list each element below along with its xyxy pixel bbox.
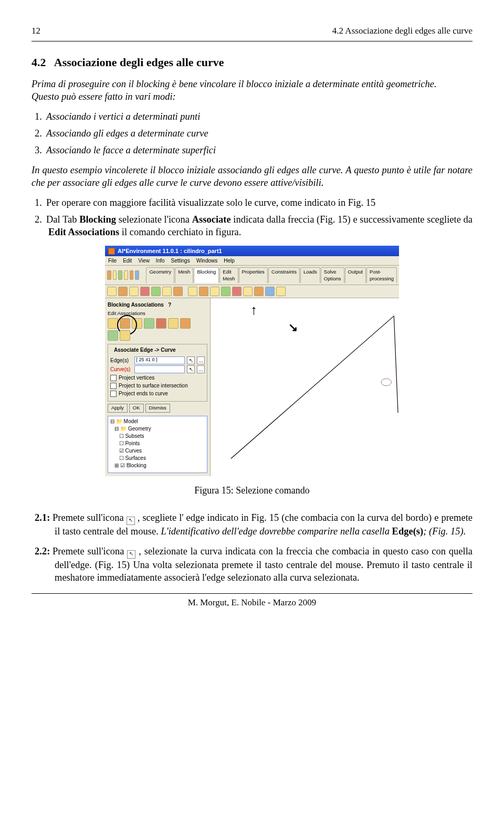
pick-cursor-icon: ↖	[127, 517, 135, 525]
app-tabs: Geometry Mesh Blocking Edit Mesh Propert…	[146, 267, 397, 283]
tool-icon[interactable]	[151, 287, 161, 296]
menu-windows[interactable]: Windows	[196, 257, 218, 264]
app-titlebar: AI*Environment 11.0.1 : cilindro_part1	[105, 246, 399, 256]
assoc-icon[interactable]	[168, 318, 178, 329]
menu-info[interactable]: Info	[156, 257, 165, 264]
tool-icon[interactable]	[107, 287, 117, 296]
assoc-icon[interactable]	[180, 318, 191, 329]
toolbar-icon[interactable]	[118, 270, 122, 280]
curve-label: Curve(s)	[110, 366, 132, 373]
app-toolbar-main: Geometry Mesh Blocking Edit Mesh Propert…	[105, 266, 399, 285]
assoc-icon[interactable]	[144, 318, 154, 329]
assoc-edge-curve-group: Associate Edge -> Curve Edge(s) { 25 41 …	[108, 344, 207, 402]
steps-list: 1.Per operare con maggiore facilità visu…	[32, 196, 472, 238]
toolbar-icon[interactable]	[130, 270, 134, 280]
menu-file[interactable]: File	[108, 257, 117, 264]
menu-view[interactable]: View	[138, 257, 150, 264]
intro-paragraph: Prima di proseguire con il blocking è be…	[32, 78, 472, 103]
tab-properties[interactable]: Properties	[239, 267, 268, 283]
section-title: 4.2 Associazione degli edges alle curve	[32, 55, 472, 70]
figure-15-screenshot: AI*Environment 11.0.1 : cilindro_part1 F…	[105, 246, 399, 476]
methods-list: 1.Associando i vertici a determinati pun…	[32, 110, 472, 156]
substep-2-2: 2.2:Premete sull'icona ↖ , selezionate l…	[55, 545, 472, 584]
tool-icon[interactable]	[221, 287, 230, 296]
tab-blocking[interactable]: Blocking	[194, 267, 219, 283]
tool-icon[interactable]	[188, 287, 197, 296]
page-number: 12	[32, 25, 40, 37]
assoc-edge-curve-icon[interactable]	[120, 318, 130, 329]
tool-icon[interactable]	[210, 287, 219, 296]
menu-edit[interactable]: Edit	[123, 257, 132, 264]
tab-editmesh[interactable]: Edit Mesh	[219, 267, 238, 283]
edge-input[interactable]: { 25 41 0 }	[134, 356, 185, 364]
app-toolbar-secondary	[105, 285, 399, 298]
section-header-label: 4.2 Associazione degli edges alle curve	[332, 25, 472, 37]
menu-settings[interactable]: Settings	[171, 257, 190, 264]
method-item-1: 1.Associando i vertici a determinati pun…	[48, 110, 472, 123]
toolbar-icon[interactable]	[107, 270, 111, 280]
assoc-icon[interactable]	[156, 318, 166, 329]
footer-rule	[32, 593, 472, 594]
tool-icon[interactable]	[265, 287, 275, 296]
toolbar-icon[interactable]	[113, 270, 117, 280]
tool-icon[interactable]	[254, 287, 264, 296]
svg-line-1	[394, 316, 398, 413]
pick-curve-icon[interactable]: ↖	[187, 365, 195, 373]
paragraph-after-methods: In questo esempio vincolerete il blocco …	[32, 164, 472, 189]
tool-icon[interactable]	[118, 287, 128, 296]
assoc-icon[interactable]	[132, 318, 142, 329]
running-header: 12 4.2 Associazione degli edges alle cur…	[32, 25, 472, 37]
tool-icon[interactable]	[140, 287, 150, 296]
svg-line-0	[231, 316, 394, 459]
dismiss-button[interactable]: Dismiss	[145, 404, 170, 412]
toolbar-icon[interactable]	[124, 270, 128, 280]
tool-icon[interactable]	[243, 287, 253, 296]
app-title: AI*Environment 11.0.1 : cilindro_part1	[118, 247, 222, 255]
more-icon[interactable]: …	[197, 356, 205, 364]
method-item-2: 2.Associando gli edges a determinate cur…	[48, 127, 472, 140]
apply-button[interactable]: Apply	[108, 404, 128, 412]
tool-icon[interactable]	[276, 287, 286, 296]
tab-constraints[interactable]: Constraints	[268, 267, 300, 283]
app-menubar[interactable]: File Edit View Info Settings Windows Hel…	[105, 256, 399, 266]
step-2: 2.Dal Tab Blocking selezionate l'icona A…	[48, 213, 472, 238]
edit-associations-label: Edit Associations	[108, 310, 207, 317]
tab-loads[interactable]: Loads	[300, 267, 320, 283]
edge-label: Edge(s)	[110, 357, 132, 364]
tool-associate-icon[interactable]	[199, 287, 208, 296]
tab-mesh[interactable]: Mesh	[175, 267, 193, 283]
tab-geometry[interactable]: Geometry	[146, 267, 174, 283]
chk-project-surface[interactable]	[110, 383, 117, 389]
toolbar-icon[interactable]	[135, 270, 139, 280]
tab-solve[interactable]: Solve Options	[321, 267, 344, 283]
tab-post[interactable]: Post-processing	[366, 267, 397, 283]
assoc-icon[interactable]	[120, 330, 130, 341]
method-item-3: 3.Associando le facce a determinate supe…	[48, 144, 472, 156]
ok-button[interactable]: OK	[129, 404, 144, 412]
help-icon[interactable]: ?	[168, 302, 171, 308]
figure-caption: Figura 15: Selezione comando	[32, 485, 472, 497]
tool-icon[interactable]	[173, 287, 183, 296]
pick-curve-cursor-icon: ↖	[127, 550, 135, 559]
edit-assoc-icon-row	[108, 318, 207, 329]
tool-icon[interactable]	[162, 287, 172, 296]
panel-head: Blocking Associations ?	[108, 301, 207, 308]
tab-output[interactable]: Output	[345, 267, 366, 283]
model-tree[interactable]: ⊟ 📁 Model ⊟ 📁 Geometry ☐ Subsets ☐ Point…	[108, 416, 207, 473]
tool-icon[interactable]	[129, 287, 139, 296]
assoc-icon[interactable]	[108, 318, 118, 329]
more-icon[interactable]: …	[197, 365, 205, 373]
step-1: 1.Per operare con maggiore facilità visu…	[48, 196, 472, 209]
chk-project-ends[interactable]	[110, 391, 117, 397]
pick-edge-icon[interactable]: ↖	[187, 356, 195, 364]
tool-icon[interactable]	[232, 287, 242, 296]
panel-buttons: Apply OK Dismiss	[108, 404, 207, 412]
left-panel: Blocking Associations ? Edit Association…	[105, 298, 211, 476]
substeps-list: 2.1:Premete sull'icona ↖ , scegliete l' …	[32, 511, 472, 584]
curve-input[interactable]	[134, 365, 185, 373]
page-footer: M. Morgut, E. Nobile - Marzo 2009	[32, 597, 472, 608]
viewport-canvas[interactable]: ↑ ↘	[211, 298, 399, 466]
assoc-icon[interactable]	[108, 330, 118, 341]
menu-help[interactable]: Help	[224, 257, 235, 264]
chk-project-vertices[interactable]	[110, 375, 117, 381]
